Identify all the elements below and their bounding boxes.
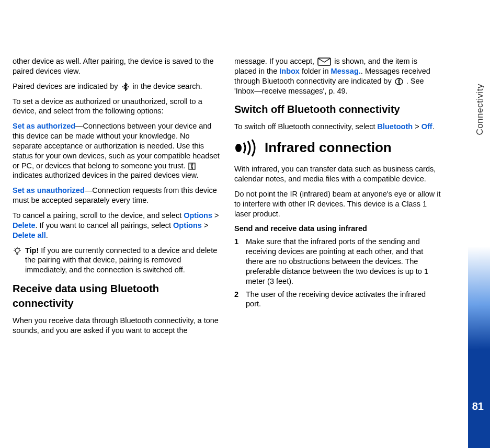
column-right: message. If you accept, is shown, and th… [234,56,441,341]
svg-point-1 [127,86,128,87]
svg-point-0 [122,86,123,87]
infrared-heading-row: Infrared connection [234,139,441,157]
content-columns: other device as well. After pairing, the… [13,56,441,341]
paragraph: To cancel a pairing, scroll to the devic… [13,211,220,240]
message-envelope-icon [317,58,331,66]
paragraph: other device as well. After pairing, the… [13,56,220,76]
menu-option: Options [173,221,202,229]
option-label: Set as unauthorized [13,186,85,194]
text: indicates authorized devices in the pair… [13,171,198,179]
section-name-vertical: Connectivity [474,84,486,135]
text: If you are currently connected to a devi… [25,246,217,274]
svg-line-9 [15,248,16,249]
link-messaging: Messag. [331,67,361,75]
paragraph: Do not point the IR (infrared) beam at a… [234,189,441,219]
tip-lightbulb-icon [13,247,22,256]
svg-point-3 [15,248,19,252]
step-item: The user of the receiving device activat… [234,290,441,309]
tip-block: Tip! If you are currently connected to a… [13,246,220,275]
heading-switch-off-bluetooth: Switch off Bluetooth connectivity [234,102,441,117]
bluetooth-paired-icon [121,83,130,91]
text: > [413,122,421,131]
paragraph: To set a device as authorized or unautho… [13,97,220,117]
step-text: The user of the receiving device activat… [246,290,441,309]
heading-receive-bluetooth: Receive data using Bluetooth connectivit… [13,281,220,311]
step-text: Make sure that the infrared ports of the… [246,237,441,286]
bluetooth-message-icon [395,78,403,85]
column-left: other device as well. After pairing, the… [13,56,220,341]
link-inbox: Inbox [279,67,300,75]
option-label: Set as authorized [13,122,75,130]
step-item: Make sure that the infrared ports of the… [234,237,441,286]
page-number: 81 [472,399,484,413]
authorized-device-icon [188,163,196,170]
menu-option: Off [421,122,432,131]
subheading: Send and receive data using infrared [234,224,441,234]
sidebar-tab [468,0,490,448]
text: folder in [300,67,331,75]
paragraph: Set as authorized—Connections between yo… [13,121,220,180]
text: . If you want to cancel all pairings, se… [36,221,174,229]
paragraph: When you receive data through Bluetooth … [13,316,220,336]
text: in the device search. [133,82,202,90]
text: To cancel a pairing, scroll to the devic… [13,211,184,220]
infrared-icon [234,139,258,157]
text: To switch off Bluetooth connectivity, se… [234,122,378,131]
menu-option: Bluetooth [378,122,413,131]
text: Paired devices are indicated by [13,82,120,90]
svg-line-10 [19,248,20,249]
menu-option: Delete [13,221,36,229]
text: > [212,211,219,220]
text: . [46,231,48,239]
text: > [202,221,209,229]
text: message. If you accept, [234,57,316,65]
tip-label: Tip! [25,246,39,255]
tip-text: Tip! If you are currently connected to a… [25,246,220,275]
menu-option: Options [184,211,212,220]
paragraph: To switch off Bluetooth connectivity, se… [234,122,441,132]
svg-point-13 [235,144,242,152]
paragraph: With infrared, you can transfer data suc… [234,164,441,184]
heading-infrared-connection: Infrared connection [265,139,392,157]
paragraph: Set as unauthorized—Connection requests … [13,186,220,205]
document-page: Connectivity 81 other device as well. Af… [0,0,490,448]
text: . [432,122,435,131]
menu-option: Delete all [13,231,46,239]
paragraph: Paired devices are indicated by in the d… [13,82,220,91]
steps-list: Make sure that the infrared ports of the… [234,237,441,309]
paragraph: message. If you accept, is shown, and th… [234,56,441,96]
